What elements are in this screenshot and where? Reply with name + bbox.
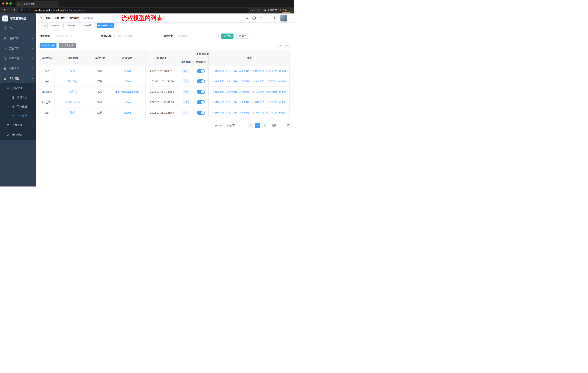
action-design-process[interactable]: 设计流程 [226,70,237,73]
action-modify-process[interactable]: 修改流程 [212,90,224,93]
breadcrumb-workflow[interactable]: 工作流程 [54,16,65,20]
action-delete[interactable]: 删除 [279,101,286,104]
active-toggle[interactable] [197,80,205,83]
action-delete[interactable]: 删除 [279,90,286,93]
form-info-link[interactable]: biubiu [124,80,131,83]
action-publish-process[interactable]: 发布流程 [252,70,264,73]
action-assign-rule[interactable]: 分配规则 [239,90,251,93]
sidebar-item-infrastructure[interactable]: 基础设施 [0,53,36,63]
action-delete[interactable]: 删除 [279,70,286,73]
form-info-link[interactable]: biubiu [124,111,131,114]
close-tag-icon[interactable]: × [76,24,78,27]
view-tag-tenant-management[interactable]: 租户管理× [49,23,64,28]
action-process-definition[interactable]: 流程定义 [266,111,277,114]
new-tab-button[interactable] [61,3,63,5]
sidebar-item-system-management[interactable]: 系统管理 [0,33,36,43]
site-security[interactable]: 不安全 [21,9,30,12]
password-key-icon[interactable] [252,9,255,12]
action-process-definition[interactable]: 流程定义 [266,101,277,104]
zoom-window-button[interactable] [10,2,12,5]
user-avatar[interactable] [280,15,287,21]
view-tag-process-model[interactable]: 流程模型× [97,23,114,28]
sidebar-item-workflow[interactable]: 工作流程 [0,73,36,83]
back-button[interactable] [2,8,7,13]
form-info-link[interactable]: /bpm/oa/leave/create [115,90,139,93]
close-tag-icon[interactable]: × [92,24,94,27]
action-assign-rule[interactable]: 分配规则 [239,101,251,104]
action-assign-rule[interactable]: 分配规则 [239,111,251,114]
search-button[interactable]: 搜索 [221,33,233,39]
filter-category-select[interactable]: 流程分类 [176,33,219,39]
menu-dots-icon[interactable] [288,9,290,11]
import-process-button[interactable]: 导入流程 [59,43,76,48]
action-modify-process[interactable]: 修改流程 [212,111,224,114]
address-bar[interactable]: 不安全 dashboard.yudao.iocoder.cn /bpm/mana… [18,8,249,13]
sidebar-item-user-group[interactable]: 用户分组 [0,102,36,111]
minimize-window-button[interactable] [6,2,8,5]
github-icon[interactable] [252,16,256,20]
sidebar-toggle-icon[interactable] [39,16,42,20]
sidebar-item-payment-management[interactable]: 支付管理 [0,43,36,53]
create-process-button[interactable]: 新建流程 [40,43,56,48]
action-publish-process[interactable]: 发布流程 [252,80,264,83]
action-design-process[interactable]: 设计流程 [226,80,237,83]
action-publish-process[interactable]: 发布流程 [252,101,264,104]
action-modify-process[interactable]: 修改流程 [212,70,224,73]
update-button[interactable]: 更新 [280,8,292,13]
active-toggle[interactable] [197,111,205,115]
action-assign-rule[interactable]: 分配规则 [239,80,251,83]
action-assign-rule[interactable]: 分配规则 [239,70,251,73]
action-design-process[interactable]: 设计流程 [226,90,237,93]
action-modify-process[interactable]: 修改流程 [212,80,224,83]
process-name-link[interactable]: 测试多审批人 [65,101,80,104]
fullscreen-icon[interactable] [266,16,270,20]
sidebar-item-home[interactable]: 首页 [0,23,36,33]
action-delete[interactable]: 删除 [279,111,286,114]
action-design-process[interactable]: 设计流程 [226,111,237,114]
font-size-icon[interactable] [273,16,276,20]
browser-tab[interactable]: 芋道管理系统 [16,1,59,7]
view-tag-my-process[interactable]: 我的流程× [65,23,80,28]
process-name-link[interactable]: 自己审批 [68,80,78,83]
action-process-definition[interactable]: 流程定义 [266,80,277,83]
action-design-process[interactable]: 设计流程 [226,101,237,104]
breadcrumb-process-management[interactable]: 流程管理 [69,16,79,20]
reload-button[interactable] [11,8,16,13]
reset-button[interactable]: 重置 [236,33,249,39]
goto-page-input[interactable] [278,123,286,128]
close-tag-icon[interactable]: × [60,24,62,27]
page-size-select[interactable]: 10条/页 [225,123,242,128]
search-icon[interactable] [245,16,249,20]
tab-close-icon[interactable] [55,3,57,5]
toggle-search-button[interactable] [277,43,283,48]
close-tag-icon[interactable]: × [111,24,112,27]
bookmark-star-icon[interactable] [257,9,260,12]
action-delete[interactable]: 删除 [279,80,286,83]
prev-page-button[interactable] [248,123,253,128]
sidebar-item-dev-tools[interactable]: 研发工具 [0,63,36,73]
next-page-button[interactable] [262,123,267,128]
action-publish-process[interactable]: 发布流程 [252,90,264,93]
sidebar-item-process-form[interactable]: 流程表单 [0,93,36,102]
sidebar-item-process-management[interactable]: 流程管理 [0,83,36,93]
forward-button[interactable] [7,8,11,13]
active-toggle[interactable] [197,90,205,94]
filter-name-input[interactable] [115,33,156,39]
breadcrumb-home[interactable]: 首页 [45,16,51,20]
active-toggle[interactable] [197,69,205,73]
form-info-link[interactable]: biubiu [124,101,131,104]
process-name-link[interactable]: eeee [70,70,75,72]
sidebar-item-process-model[interactable]: 流程模型 [0,111,36,120]
action-process-definition[interactable]: 流程定义 [266,70,277,73]
close-window-button[interactable] [2,2,4,5]
active-toggle[interactable] [197,100,205,104]
action-publish-process[interactable]: 发布流程 [252,111,264,114]
logo-row[interactable]: 芋道管理系统 [0,13,36,23]
sidebar-item-task-management[interactable]: 任务管理 [0,120,36,130]
view-tag-process-form[interactable]: 流程表单× [81,23,95,28]
filter-key-input[interactable] [53,33,94,39]
sidebar-item-leave-query[interactable]: 请假查询 [0,130,36,140]
action-process-definition[interactable]: 流程定义 [266,90,277,93]
help-icon[interactable] [259,16,263,20]
refresh-table-button[interactable] [284,43,290,48]
